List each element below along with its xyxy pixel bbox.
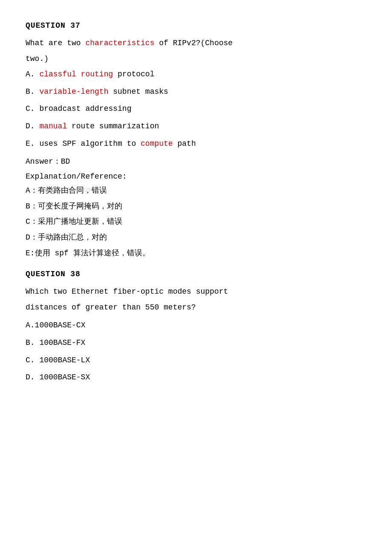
q37-option-a-text: protocol (113, 70, 154, 78)
q38-option-c-label: C. (26, 356, 39, 364)
q37-exp-c: C：采用广播地址更新，错误 (26, 215, 366, 228)
q37-question-line3: two.) (26, 52, 366, 66)
q38-option-d-text: 1000BASE-SX (39, 373, 90, 382)
q37-exp-e-text: E:使用 spf 算法计算途径，错误。 (26, 249, 150, 257)
q37-header: QUESTION 37 (26, 21, 366, 30)
q37-exp-a-text: A：有类路由合同，错误 (26, 186, 107, 195)
q37-option-e-highlight: compute (141, 139, 173, 148)
question-38-section: QUESTION 38 Which two Ethernet fiber-opt… (26, 270, 366, 384)
q38-option-c: C. 1000BASE-LX (26, 354, 366, 367)
q37-exp-d: D：手动路由汇总，对的 (26, 231, 366, 244)
q37-exp-e: E:使用 spf 算法计算途径，错误。 (26, 247, 366, 260)
q38-question-line1: Which two Ethernet fiber-optic modes sup… (26, 285, 366, 298)
q38-option-c-text: 1000BASE-LX (39, 356, 90, 364)
q37-exp-a: A：有类路由合同，错误 www.zixin.com.cn (26, 184, 366, 197)
q37-exp-d-text: D：手动路由汇总，对的 (26, 233, 107, 242)
q37-option-b-highlight: variable-length (39, 87, 108, 96)
q38-option-b-label: B. (26, 338, 39, 347)
q37-option-e-text: path (173, 139, 196, 148)
q37-option-a-highlight: classful routing (39, 70, 113, 78)
q38-option-b-text: 100BASE-FX (39, 338, 85, 347)
q37-explanation-header: Explanation/Reference: (26, 172, 366, 181)
q37-option-d-label: D. (26, 122, 39, 130)
q37-exp-b: B：可变长度子网掩码，对的 (26, 200, 366, 213)
q37-option-e: E. uses SPF algorithm to compute path (26, 137, 366, 150)
q37-option-c: C. broadcast addressing (26, 102, 366, 116)
q38-option-d-label: D. (26, 373, 39, 382)
q37-characteristics-highlight: characteristics (85, 39, 154, 47)
q37-option-d-text: route summarization (67, 122, 159, 130)
q37-option-b: B. variable-length subnet masks (26, 85, 366, 98)
q37-question: What are two characteristics of RIPv2?(C… (26, 37, 366, 50)
q38-option-a: A.1000BASE-CX (26, 319, 366, 332)
q37-option-b-label: B. (26, 87, 39, 96)
question-37-section: QUESTION 37 What are two characteristics… (26, 21, 366, 260)
q37-question-text-suffix: of RIPv2?(Choose (154, 39, 233, 47)
q38-question-line2: distances of greater than 550 meters? (26, 301, 366, 314)
q37-question-text-prefix: What are two (26, 39, 85, 47)
q37-answer: Answer：BD (26, 156, 366, 166)
q37-option-a-label: A. (26, 70, 39, 78)
q37-option-b-text: subnet masks (108, 87, 168, 96)
q37-option-a: A. classful routing protocol (26, 68, 366, 81)
q37-exp-b-text: B：可变长度子网掩码，对的 (26, 202, 122, 211)
q38-option-a-text: 1000BASE-CX (35, 321, 86, 330)
q37-explanation-block: A：有类路由合同，错误 www.zixin.com.cn B：可变长度子网掩码，… (26, 184, 366, 260)
q37-option-e-label: E. uses SPF algorithm to (26, 139, 141, 148)
q37-exp-c-text: C：采用广播地址更新，错误 (26, 217, 122, 226)
q37-option-d-highlight: manual (39, 122, 67, 130)
q37-option-c-label: C. broadcast addressing (26, 104, 131, 113)
q38-option-a-label: A. (26, 321, 35, 330)
q38-option-b: B. 100BASE-FX (26, 336, 366, 350)
q37-option-d: D. manual route summarization (26, 120, 366, 133)
q38-header: QUESTION 38 (26, 270, 366, 278)
q38-option-d: D. 1000BASE-SX (26, 371, 366, 384)
